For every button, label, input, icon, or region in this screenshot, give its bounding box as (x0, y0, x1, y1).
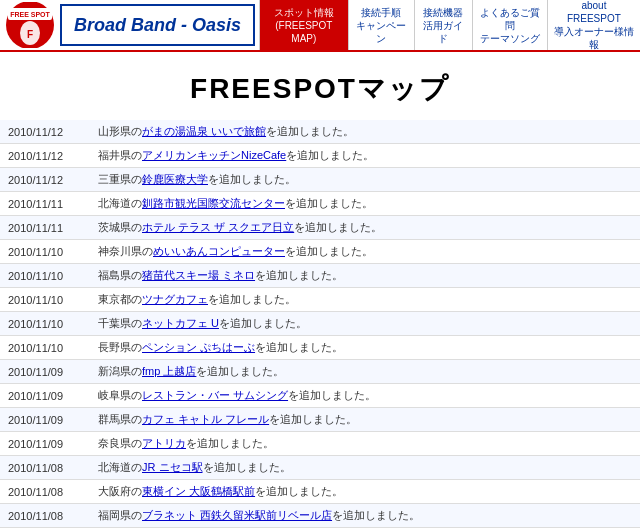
text-after: を追加しました。 (203, 461, 291, 473)
text-after: を追加しました。 (186, 437, 274, 449)
entry-link[interactable]: アトリカ (142, 437, 186, 449)
date-cell: 2010/11/08 (0, 504, 90, 528)
table-row: 2010/11/10千葉県のネットカフェ Uを追加しました。 (0, 312, 640, 336)
svg-text:FREE SPOT: FREE SPOT (10, 11, 50, 18)
nav-faq-line1: よくあるご質問 (479, 6, 541, 32)
main-nav: スポット情報 (FREESPOT MAP) 接続手順 キャンペーン 接続機器 活… (259, 0, 640, 50)
content-cell: 山形県のがまの湯温泉 いいで旅館を追加しました。 (90, 120, 640, 144)
text-before: 福岡県の (98, 509, 142, 521)
date-cell: 2010/11/10 (0, 264, 90, 288)
table-row: 2010/11/10東京都のツナグカフェを追加しました。 (0, 288, 640, 312)
text-after: を追加しました。 (219, 317, 307, 329)
text-before: 北海道の (98, 461, 142, 473)
text-before: 大阪府の (98, 485, 142, 497)
content-cell: 奈良県のアトリカを追加しました。 (90, 432, 640, 456)
entry-link[interactable]: ホテル テラス ザ スクエア日立 (142, 221, 294, 233)
entry-link[interactable]: ブラネット 西鉄久留米駅前リベール店 (142, 509, 332, 521)
text-before: 岐阜県の (98, 389, 142, 401)
text-after: を追加しました。 (208, 293, 296, 305)
content-cell: 群馬県のカフェ キャトル フレールを追加しました。 (90, 408, 640, 432)
entry-link[interactable]: めいいあんコンピューター (153, 245, 285, 257)
entry-link[interactable]: レストラン・バー サムシング (142, 389, 288, 401)
nav-about-line1: about FREESPOT (554, 0, 634, 25)
table-row: 2010/11/11茨城県のホテル テラス ザ スクエア日立を追加しました。 (0, 216, 640, 240)
nav-spot[interactable]: スポット情報 (FREESPOT MAP) (259, 0, 348, 50)
brand-text: Broad Band - Oasis (74, 15, 241, 36)
text-after: を追加しました。 (288, 389, 376, 401)
text-before: 茨城県の (98, 221, 142, 233)
text-before: 山形県の (98, 125, 142, 137)
text-before: 神奈川県の (98, 245, 153, 257)
text-after: を追加しました。 (285, 197, 373, 209)
text-before: 福井県の (98, 149, 142, 161)
date-cell: 2010/11/09 (0, 432, 90, 456)
table-row: 2010/11/09新潟県のfmp 上越店を追加しました。 (0, 360, 640, 384)
header: FREE SPOT F Broad Band - Oasis スポット情報 (F… (0, 0, 640, 52)
entry-link[interactable]: 釧路市観光国際交流センター (142, 197, 285, 209)
text-before: 福島県の (98, 269, 142, 281)
text-after: を追加しました。 (255, 269, 343, 281)
table-row: 2010/11/08福岡県のブラネット 西鉄久留米駅前リベール店を追加しました。 (0, 504, 640, 528)
nav-faq-line2: テーマソング (480, 32, 540, 45)
date-cell: 2010/11/08 (0, 480, 90, 504)
nav-connect-line1: 接続手順 (361, 6, 401, 19)
entry-link[interactable]: JR ニセコ駅 (142, 461, 203, 473)
content-cell: 三重県の鈴鹿医療大学を追加しました。 (90, 168, 640, 192)
date-cell: 2010/11/12 (0, 144, 90, 168)
logo-area: FREE SPOT F (0, 0, 60, 50)
content-cell: 長野県のペンション ぷちはーぶを追加しました。 (90, 336, 640, 360)
nav-connect[interactable]: 接続手順 キャンペーン (348, 0, 414, 50)
table-row: 2010/11/10福島県の猪苗代スキー場 ミネロを追加しました。 (0, 264, 640, 288)
entry-link[interactable]: がまの湯温泉 いいで旅館 (142, 125, 266, 137)
table-row: 2010/11/12福井県のアメリカンキッチンNizeCafeを追加しました。 (0, 144, 640, 168)
entry-link[interactable]: ツナグカフェ (142, 293, 208, 305)
content-cell: 神奈川県のめいいあんコンピューターを追加しました。 (90, 240, 640, 264)
content-cell: 福井県のアメリカンキッチンNizeCafeを追加しました。 (90, 144, 640, 168)
text-before: 千葉県の (98, 317, 142, 329)
entry-link[interactable]: カフェ キャトル フレール (142, 413, 269, 425)
text-before: 北海道の (98, 197, 142, 209)
freespot-logo: FREE SPOT F (4, 2, 56, 48)
content-cell: 茨城県のホテル テラス ザ スクエア日立を追加しました。 (90, 216, 640, 240)
table-row: 2010/11/09群馬県のカフェ キャトル フレールを追加しました。 (0, 408, 640, 432)
table-row: 2010/11/08大阪府の東横イン 大阪鶴橋駅前を追加しました。 (0, 480, 640, 504)
entry-link[interactable]: ネットカフェ U (142, 317, 219, 329)
content-cell: 千葉県のネットカフェ Uを追加しました。 (90, 312, 640, 336)
text-before: 群馬県の (98, 413, 142, 425)
table-row: 2010/11/09奈良県のアトリカを追加しました。 (0, 432, 640, 456)
nav-device[interactable]: 接続機器 活用ガイド (414, 0, 472, 50)
text-after: を追加しました。 (266, 125, 354, 137)
entry-link[interactable]: 猪苗代スキー場 ミネロ (142, 269, 255, 281)
nav-device-line1: 接続機器 (423, 6, 463, 19)
date-cell: 2010/11/10 (0, 312, 90, 336)
entry-link[interactable]: ペンション ぷちはーぶ (142, 341, 255, 353)
brand-area: Broad Band - Oasis (60, 4, 255, 46)
page-title-area: FREESPOTマップ (0, 52, 640, 120)
nav-device-line2: 活用ガイド (421, 19, 466, 45)
nav-faq[interactable]: よくあるご質問 テーマソング (472, 0, 547, 50)
content-cell: 岐阜県のレストラン・バー サムシングを追加しました。 (90, 384, 640, 408)
date-cell: 2010/11/08 (0, 456, 90, 480)
nav-spot-line1: スポット情報 (274, 6, 334, 19)
date-cell: 2010/11/10 (0, 288, 90, 312)
date-cell: 2010/11/09 (0, 408, 90, 432)
nav-about[interactable]: about FREESPOT 導入オーナー様情報 (547, 0, 640, 50)
entry-link[interactable]: 鈴鹿医療大学 (142, 173, 208, 185)
entry-link[interactable]: 東横イン 大阪鶴橋駅前 (142, 485, 255, 497)
text-before: 奈良県の (98, 437, 142, 449)
table-row: 2010/11/10神奈川県のめいいあんコンピューターを追加しました。 (0, 240, 640, 264)
content-cell: 福岡県のブラネット 西鉄久留米駅前リベール店を追加しました。 (90, 504, 640, 528)
table-row: 2010/11/12山形県のがまの湯温泉 いいで旅館を追加しました。 (0, 120, 640, 144)
entry-link[interactable]: fmp 上越店 (142, 365, 196, 377)
text-after: を追加しました。 (269, 413, 357, 425)
entry-link[interactable]: アメリカンキッチンNizeCafe (142, 149, 286, 161)
date-cell: 2010/11/11 (0, 192, 90, 216)
content-cell: 大阪府の東横イン 大阪鶴橋駅前を追加しました。 (90, 480, 640, 504)
text-after: を追加しました。 (294, 221, 382, 233)
date-cell: 2010/11/12 (0, 168, 90, 192)
text-after: を追加しました。 (286, 149, 374, 161)
nav-spot-line2: (FREESPOT MAP) (266, 19, 342, 45)
page-title: FREESPOTマップ (0, 70, 640, 108)
nav-about-line2: 導入オーナー様情報 (554, 25, 634, 51)
content-cell: 福島県の猪苗代スキー場 ミネロを追加しました。 (90, 264, 640, 288)
